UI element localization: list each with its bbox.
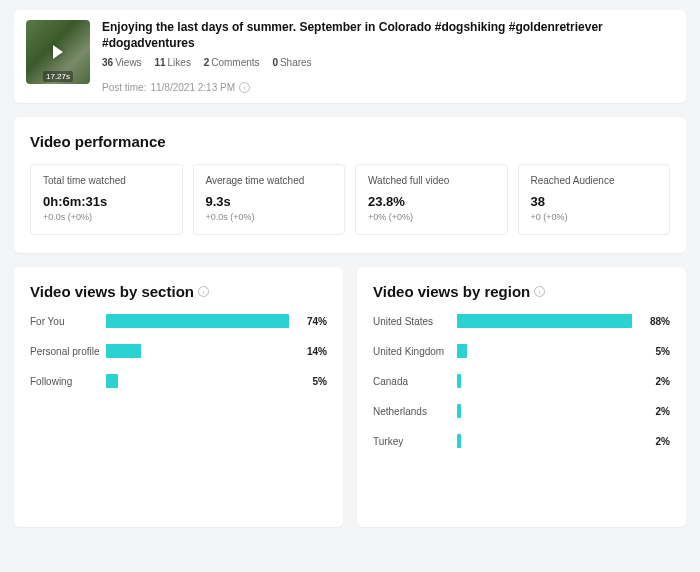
info-icon[interactable]: i bbox=[239, 82, 250, 93]
bar-track bbox=[457, 374, 632, 388]
metric-label: Total time watched bbox=[43, 175, 170, 186]
bar-name: Netherlands bbox=[373, 406, 457, 417]
metric-label: Reached Audience bbox=[531, 175, 658, 186]
views-by-region-title: Video views by region i bbox=[373, 283, 670, 300]
views-by-section-title: Video views by section i bbox=[30, 283, 327, 300]
section-bars: For You74%Personal profile14%Following5% bbox=[30, 314, 327, 388]
bar-row: Canada2% bbox=[373, 374, 670, 388]
bar-name: Following bbox=[30, 376, 106, 387]
bar-fill bbox=[457, 404, 461, 418]
metrics-grid: Total time watched 0h:6m:31s +0.0s (+0%)… bbox=[30, 164, 670, 235]
metric-value: 38 bbox=[531, 194, 658, 209]
bar-percent: 14% bbox=[295, 346, 327, 357]
bar-name: Personal profile bbox=[30, 346, 106, 357]
post-time-value: 11/8/2021 2:13 PM bbox=[150, 82, 235, 93]
bar-name: Canada bbox=[373, 376, 457, 387]
bar-name: Turkey bbox=[373, 436, 457, 447]
bar-row: Following5% bbox=[30, 374, 327, 388]
bar-fill bbox=[106, 344, 141, 358]
video-stats-row: 36Views 11Likes 2Comments 0Shares bbox=[102, 57, 674, 68]
metric-watched-full: Watched full video 23.8% +0% (+0%) bbox=[355, 164, 508, 235]
bar-percent: 74% bbox=[295, 316, 327, 327]
bar-fill bbox=[106, 374, 118, 388]
bar-fill bbox=[457, 374, 461, 388]
metric-reached-audience: Reached Audience 38 +0 (+0%) bbox=[518, 164, 671, 235]
bar-name: United Kingdom bbox=[373, 346, 457, 357]
bar-name: For You bbox=[30, 316, 106, 327]
metric-average-time: Average time watched 9.3s +0.0s (+0%) bbox=[193, 164, 346, 235]
metric-delta: +0 (+0%) bbox=[531, 212, 658, 222]
metric-value: 23.8% bbox=[368, 194, 495, 209]
bar-fill bbox=[457, 314, 632, 328]
bar-percent: 88% bbox=[638, 316, 670, 327]
metric-delta: +0% (+0%) bbox=[368, 212, 495, 222]
metric-label: Watched full video bbox=[368, 175, 495, 186]
region-bars: United States88%United Kingdom5%Canada2%… bbox=[373, 314, 670, 448]
comments-label: Comments bbox=[211, 57, 259, 68]
bar-percent: 5% bbox=[638, 346, 670, 357]
post-time: Post time: 11/8/2021 2:13 PM i bbox=[102, 82, 674, 93]
shares-label: Shares bbox=[280, 57, 312, 68]
bar-percent: 2% bbox=[638, 436, 670, 447]
bar-row: Personal profile14% bbox=[30, 344, 327, 358]
bar-name: United States bbox=[373, 316, 457, 327]
video-title: Enjoying the last days of summer. Septem… bbox=[102, 20, 674, 51]
views-by-section-title-text: Video views by section bbox=[30, 283, 194, 300]
metric-value: 0h:6m:31s bbox=[43, 194, 170, 209]
bar-track bbox=[457, 314, 632, 328]
bar-percent: 5% bbox=[295, 376, 327, 387]
bar-track bbox=[106, 374, 289, 388]
shares-value: 0 bbox=[272, 57, 278, 68]
bar-percent: 2% bbox=[638, 406, 670, 417]
bar-track bbox=[457, 344, 632, 358]
video-header-body: Enjoying the last days of summer. Septem… bbox=[102, 20, 674, 93]
bar-track bbox=[457, 434, 632, 448]
metric-delta: +0.0s (+0%) bbox=[206, 212, 333, 222]
video-header-card: 17.27s Enjoying the last days of summer.… bbox=[14, 10, 686, 103]
views-by-section-card: Video views by section i For You74%Perso… bbox=[14, 267, 343, 527]
metric-label: Average time watched bbox=[206, 175, 333, 186]
metric-total-time: Total time watched 0h:6m:31s +0.0s (+0%) bbox=[30, 164, 183, 235]
info-icon[interactable]: i bbox=[198, 286, 209, 297]
performance-title: Video performance bbox=[30, 133, 670, 150]
video-thumbnail[interactable]: 17.27s bbox=[26, 20, 90, 84]
bar-percent: 2% bbox=[638, 376, 670, 387]
views-by-region-card: Video views by region i United States88%… bbox=[357, 267, 686, 527]
views-label: Views bbox=[115, 57, 142, 68]
metric-value: 9.3s bbox=[206, 194, 333, 209]
bar-row: Netherlands2% bbox=[373, 404, 670, 418]
bar-track bbox=[106, 344, 289, 358]
info-icon[interactable]: i bbox=[534, 286, 545, 297]
bar-row: For You74% bbox=[30, 314, 327, 328]
likes-value: 11 bbox=[154, 57, 165, 68]
video-duration: 17.27s bbox=[43, 71, 73, 82]
bar-row: United States88% bbox=[373, 314, 670, 328]
bar-fill bbox=[457, 344, 467, 358]
bar-row: Turkey2% bbox=[373, 434, 670, 448]
comments-value: 2 bbox=[204, 57, 210, 68]
bar-fill bbox=[106, 314, 289, 328]
bar-track bbox=[106, 314, 289, 328]
metric-delta: +0.0s (+0%) bbox=[43, 212, 170, 222]
views-by-region-title-text: Video views by region bbox=[373, 283, 530, 300]
likes-label: Likes bbox=[168, 57, 191, 68]
post-time-label: Post time: bbox=[102, 82, 146, 93]
video-performance-card: Video performance Total time watched 0h:… bbox=[14, 117, 686, 253]
bar-fill bbox=[457, 434, 461, 448]
charts-row: Video views by section i For You74%Perso… bbox=[14, 267, 686, 541]
views-value: 36 bbox=[102, 57, 113, 68]
bar-row: United Kingdom5% bbox=[373, 344, 670, 358]
bar-track bbox=[457, 404, 632, 418]
